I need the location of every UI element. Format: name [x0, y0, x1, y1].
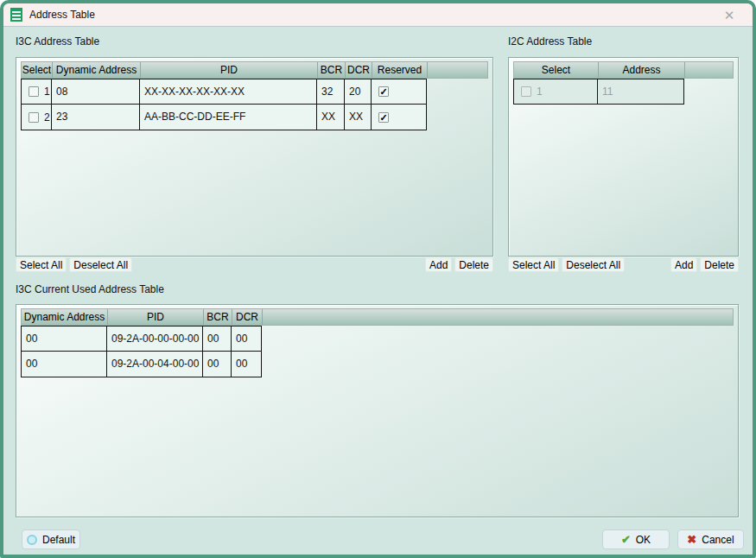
column-header-bcr: BCR: [204, 309, 232, 325]
i2c-table-label: I2C Address Table: [508, 35, 592, 48]
i2c-delete-button[interactable]: Delete: [700, 257, 739, 272]
i3c-delete-button[interactable]: Delete: [454, 257, 493, 272]
bcr-cell[interactable]: 32: [317, 79, 345, 105]
column-header-select: Select: [22, 62, 53, 78]
i3c-right-actions: Add Delete: [433, 257, 493, 272]
column-header-reserved: Reserved: [372, 62, 428, 78]
row-index: 2: [44, 105, 50, 130]
column-header-pid: PID: [108, 309, 204, 325]
dcr-cell: 00: [232, 351, 262, 377]
select-cell[interactable]: 2: [21, 104, 52, 130]
reserved-checkbox[interactable]: ✓: [378, 86, 389, 97]
dynamic-address-cell: 00: [21, 326, 107, 352]
default-icon: [27, 535, 37, 545]
dialog-body: I3C Address Table Select Dynamic Address…: [3, 27, 753, 555]
column-header-filler: [263, 309, 733, 325]
select-cell[interactable]: 1: [513, 79, 598, 105]
column-header-bcr: BCR: [318, 62, 346, 78]
row-select-checkbox[interactable]: [521, 86, 531, 97]
reserved-checkbox[interactable]: ✓: [378, 112, 389, 123]
row-select-checkbox[interactable]: [29, 86, 39, 97]
title-bar: Address Table ✕: [3, 3, 753, 27]
reserved-cell[interactable]: ✓: [372, 79, 427, 105]
pid-cell: 09-2A-00-00-00-00: [107, 326, 203, 352]
i2c-select-all-button[interactable]: Select All: [508, 257, 559, 272]
i3c-left-actions: Select All Deselect All: [16, 257, 132, 272]
i2c-right-actions: Add Delete: [678, 257, 739, 272]
dcr-cell[interactable]: XX: [345, 104, 372, 130]
column-header-dcr: DCR: [232, 309, 263, 325]
current-table-rows: 00 09-2A-00-00-00-00 00 00 00 09-2A-00-0…: [21, 326, 734, 377]
select-cell[interactable]: 1: [21, 79, 52, 105]
i2c-add-button[interactable]: Add: [670, 257, 697, 272]
column-header-pid: PID: [141, 62, 318, 78]
i3c-add-button[interactable]: Add: [425, 257, 452, 272]
table-row: 1 11: [513, 79, 734, 105]
table-row: 00 09-2A-00-00-00-00 00 00: [21, 326, 734, 352]
row-index: 1: [537, 79, 543, 104]
i3c-table-rows: 1 08 XX-XX-XX-XX-XX-XX 32 20 ✓ 2 23 AA-B…: [21, 79, 488, 130]
i2c-table-header: Select Address: [513, 61, 734, 79]
i2c-left-actions: Select All Deselect All: [508, 257, 625, 272]
i3c-select-all-button[interactable]: Select All: [16, 257, 67, 272]
column-header-select: Select: [514, 62, 599, 78]
dcr-cell[interactable]: 20: [345, 79, 372, 105]
row-index: 1: [44, 79, 50, 104]
column-header-dcr: DCR: [346, 62, 372, 78]
default-button[interactable]: Default: [22, 529, 80, 549]
i3c-deselect-all-button[interactable]: Deselect All: [69, 257, 132, 272]
cancel-button-label: Cancel: [702, 534, 734, 546]
column-header-filler: [428, 62, 487, 78]
bcr-cell[interactable]: XX: [317, 104, 345, 130]
close-button[interactable]: ✕: [711, 3, 747, 27]
i2c-table-panel: Select Address 1 11: [508, 57, 739, 257]
bcr-cell: 00: [203, 326, 232, 352]
table-row: 1 08 XX-XX-XX-XX-XX-XX 32 20 ✓: [21, 79, 488, 105]
address-table-dialog: Address Table ✕ I3C Address Table Select…: [0, 0, 756, 558]
ok-check-icon: ✔: [621, 533, 631, 546]
dynamic-address-cell: 00: [21, 351, 107, 377]
column-header-dynamic-address: Dynamic Address: [53, 62, 141, 78]
current-table-header: Dynamic Address PID BCR DCR: [21, 308, 734, 326]
default-button-label: Default: [42, 534, 75, 546]
column-header-dynamic-address: Dynamic Address: [22, 309, 108, 325]
i2c-deselect-all-button[interactable]: Deselect All: [562, 257, 625, 272]
table-row: 2 23 AA-BB-CC-DD-EE-FF XX XX ✓: [21, 105, 488, 130]
ok-button-label: OK: [636, 534, 651, 546]
dynamic-address-cell[interactable]: 08: [52, 79, 140, 105]
dynamic-address-cell[interactable]: 23: [52, 104, 140, 130]
address-cell[interactable]: 11: [598, 79, 684, 105]
bcr-cell: 00: [203, 351, 232, 377]
cancel-x-icon: ✖: [687, 533, 696, 546]
window-title: Address Table: [29, 9, 95, 21]
i3c-table-header: Select Dynamic Address PID BCR DCR Reser…: [21, 61, 488, 79]
pid-cell[interactable]: XX-XX-XX-XX-XX-XX: [140, 79, 317, 105]
column-header-filler: [685, 62, 733, 78]
table-row: 00 09-2A-00-04-00-00 00 00: [21, 352, 734, 377]
current-table-panel: Dynamic Address PID BCR DCR 00 09-2A-00-…: [16, 304, 739, 517]
row-select-checkbox[interactable]: [29, 112, 39, 123]
current-table-label: I3C Current Used Address Table: [16, 283, 164, 295]
i3c-table-panel: Select Dynamic Address PID BCR DCR Reser…: [16, 57, 493, 257]
i3c-table-label: I3C Address Table: [16, 35, 99, 48]
ok-button[interactable]: ✔ OK: [602, 529, 670, 549]
reserved-cell[interactable]: ✓: [372, 104, 427, 130]
dcr-cell: 00: [232, 326, 262, 352]
document-list-icon: [10, 8, 22, 22]
cancel-button[interactable]: ✖ Cancel: [677, 529, 744, 549]
i2c-table: Select Address 1 11: [513, 61, 734, 105]
pid-cell: 09-2A-00-04-00-00: [107, 351, 203, 377]
i3c-table: Select Dynamic Address PID BCR DCR Reser…: [21, 61, 488, 130]
i2c-table-rows: 1 11: [513, 79, 734, 105]
current-table: Dynamic Address PID BCR DCR 00 09-2A-00-…: [21, 308, 734, 377]
pid-cell[interactable]: AA-BB-CC-DD-EE-FF: [140, 104, 317, 130]
column-header-address: Address: [599, 62, 685, 78]
